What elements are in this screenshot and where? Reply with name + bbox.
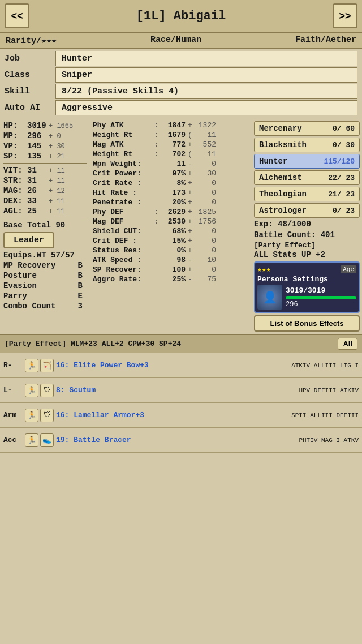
class-row: Class Sniper [5,67,357,83]
autoai-row: Auto AI Aggressive [5,100,357,115]
equip-slot-acc: Acc [3,436,25,444]
main-area: HP: 3019 + 1665 MP: 296 + 0 VP: 145 + 30… [0,119,362,334]
combo-count-row: Combo Count 3 [3,302,83,311]
equip-slot-arm: Arm [3,411,25,419]
stat-mp: MP: 296 + 0 [3,131,87,140]
autoai-label: Auto AI [5,103,55,113]
equip-icon-char-arm: 🏃 [25,409,38,422]
list-of-bonus-effects-button[interactable]: List of Bonus Effects [254,315,360,332]
leader-button[interactable]: Leader [3,232,54,248]
equip-name-acc: 19: Battle Bracer [56,436,299,444]
job-value: Hunter [55,51,357,66]
right-panel: Mercenary 0/ 60 Blacksmith 0/ 30 Hunter … [252,119,362,334]
exp-row: Exp: 48/1000 [254,220,360,229]
stat-agl: AGL: 25 + 11 [3,207,87,216]
equip-icon-bracer: 👟 [40,433,54,447]
persona-settings-label: Persona Settings [257,275,356,284]
combat-stats-panel: Phy ATK : 1847 + 1322 Weight Rt : 1679 (… [90,119,252,334]
equip-slot-l: L- [3,386,25,394]
equip-tags-arm: SPII ALLIII DEFIII [291,412,359,419]
combat-penetrate: Penetrate : 20% + 0 [93,198,249,207]
persona-avatar: 👤 [257,285,282,310]
combat-status-res: Status Res: 0% + 0 [93,246,249,255]
equip-row-r[interactable]: R- 🏃 🏹 16: Elite Power Bow+3 ATKIV ALLII… [0,353,362,378]
combat-phy-atk: Phy ATK : 1847 + 1322 [93,121,249,130]
next-button[interactable]: >> [333,3,357,28]
rarity-label: Rarity/★★★ [6,35,57,46]
persona-card[interactable]: ★★★ Age Persona Settings 👤 3019/3019 296 [254,261,360,313]
combat-phy-def: Phy DEF : 2629 + 1825 [93,208,249,216]
equip-icon-char-l: 🏃 [25,384,38,397]
combat-hit-rate: Hit Rate : 173 + 0 [93,188,249,197]
equip-icon-shield: 🛡 [40,384,54,397]
party-bar-text: [Party Effect] MLM+23 ALL+2 CPW+30 SP+24 [5,340,181,348]
class-astrologer[interactable]: Astrologer 0/ 23 [254,203,360,218]
combat-shield-cut: Shield CUT: 68% + 0 [93,227,249,235]
equip-icons-r: 🏃 🏹 [25,359,54,372]
combat-wpn-weight: Wpn Weight: 11 - 0 [93,160,249,168]
persona-stats: 3019/3019 296 [286,286,356,308]
stat-vit: VIT: 31 + 11 [3,166,87,175]
equip-icon-weapon: 🏹 [40,359,54,372]
skill-row: Skill 8/22 (Passive Skills 4) [5,84,357,99]
stat-str: STR: 31 + 11 [3,176,87,185]
evasion-row: Evasion B [3,281,83,290]
info-section: Job Hunter Class Sniper Skill 8/22 (Pass… [0,49,362,119]
persona-hp: 3019/3019 [286,286,356,295]
stat-vp: VP: 145 + 30 [3,141,87,151]
equip-name-r: 16: Elite Power Bow+3 [56,361,291,370]
persona-hp-bar [286,296,356,299]
party-effect-label: [Party Effect] [254,241,360,250]
equipment-section: R- 🏃 🏹 16: Elite Power Bow+3 ATKIV ALLII… [0,353,362,453]
class-value: Sniper [55,67,357,83]
equip-tags-acc: PHTIV MAG I ATKV [299,437,359,444]
battle-count-row: Battle Count: 401 [254,230,360,239]
combat-crit-def: Crit DEF : 15% + 0 [93,237,249,245]
equip-icon-armor: 🛡 [40,409,54,422]
equip-name-arm: 16: Lamellar Armor+3 [56,411,291,419]
faith-label: Faith/Aether [295,35,356,46]
equip-icon-char-acc: 🏃 [25,433,38,447]
equip-icons-l: 🏃 🛡 [25,384,54,397]
header: << [1L] Abigail >> [0,0,362,33]
race-label: Race/Human [150,35,201,46]
stat-hp: HP: 3019 + 1665 [3,121,87,130]
party-effect-val: ALL Stats UP +2 [254,250,360,259]
equip-row-arm[interactable]: Arm 🏃 🛡 16: Lamellar Armor+3 SPII ALLIII… [0,403,362,428]
parry-row: Parry E [3,291,83,300]
job-row: Job Hunter [5,51,357,66]
base-total: Base Total 90 [3,221,87,230]
class-label: Class [5,70,55,80]
equips-wt: Equips.WT 57/57 [3,251,87,260]
rarity-row: Rarity/★★★ Race/Human Faith/Aether [0,33,362,49]
equip-row-acc[interactable]: Acc 🏃 👟 19: Battle Bracer PHTIV MAG I AT… [0,428,362,453]
equip-tags-l: HPV DEFIII ATKIV [299,387,359,394]
combat-weight-rt1: Weight Rt : 1679 ( 11 [93,131,249,139]
combat-crit-power: Crit Power: 97% + 30 [93,169,249,178]
combat-mag-atk: Mag ATK : 772 + 552 [93,140,249,149]
equip-name-l: 8: Scutum [56,386,299,394]
class-alchemist[interactable]: Alchemist 22/ 23 [254,170,360,185]
combat-aggro-rate: Aggro Rate: 25% - 75 [93,275,249,284]
class-mercenary[interactable]: Mercenary 0/ 60 [254,121,360,136]
prev-button[interactable]: << [5,3,29,28]
skill-value: 8/22 (Passive Skills 4) [55,84,357,99]
combat-atk-speed: ATK Speed : 98 - 10 [93,256,249,264]
stat-dex: DEX: 33 + 11 [3,196,87,205]
class-hunter[interactable]: Hunter 115/120 [254,154,360,169]
class-blacksmith[interactable]: Blacksmith 0/ 30 [254,138,360,152]
skill-label: Skill [5,87,55,96]
equip-icon-char: 🏃 [25,359,38,372]
combat-mag-def: Mag DEF : 2530 + 1756 [93,217,249,226]
persona-stars: ★★★ [257,265,270,274]
combat-sp-recover: SP Recover: 100 + 0 [93,265,249,274]
party-effect-bar: [Party Effect] MLM+23 ALL+2 CPW+30 SP+24… [0,334,362,353]
job-label: Job [5,54,55,63]
persona-age: Age [341,265,356,273]
persona-mp: 296 [286,300,356,308]
all-button[interactable]: All [338,338,357,350]
autoai-value: Aggressive [55,100,357,115]
equip-row-l[interactable]: L- 🏃 🛡 8: Scutum HPV DEFIII ATKIV [0,378,362,403]
class-theologian[interactable]: Theologian 21/ 23 [254,187,360,201]
page-title: [1L] Abigail [136,9,226,23]
